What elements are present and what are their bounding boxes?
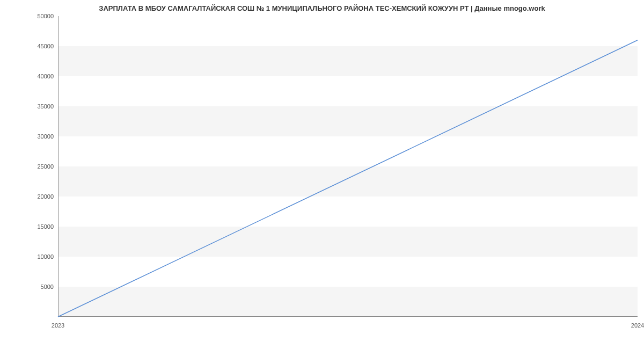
y-tick-label: 45000 bbox=[37, 43, 54, 49]
chart-line-svg bbox=[58, 16, 638, 317]
data-line bbox=[58, 40, 638, 317]
x-tick-label: 2023 bbox=[52, 322, 64, 329]
y-tick-label: 15000 bbox=[37, 223, 54, 230]
y-tick-label: 40000 bbox=[37, 73, 54, 79]
y-tick-label: 35000 bbox=[37, 103, 54, 110]
y-tick-label: 50000 bbox=[37, 13, 54, 19]
y-tick-label: 20000 bbox=[37, 193, 54, 200]
x-tick-label: 2024 bbox=[631, 322, 644, 329]
y-tick-label: 30000 bbox=[37, 133, 54, 140]
chart-plot-area: 5000100001500020000250003000035000400004… bbox=[58, 16, 638, 317]
chart-title: ЗАРПЛАТА В МБОУ САМАГАЛТАЙСКАЯ СОШ № 1 М… bbox=[0, 0, 644, 12]
y-tick-label: 10000 bbox=[37, 253, 54, 260]
y-tick-label: 25000 bbox=[37, 163, 54, 170]
y-tick-label: 5000 bbox=[41, 283, 54, 290]
